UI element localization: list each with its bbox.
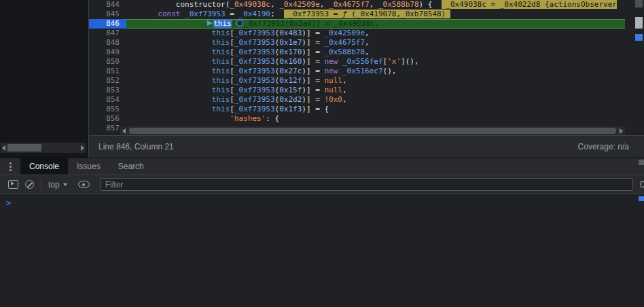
code-token: 0x15f (279, 86, 302, 94)
code-line-847: 847 this[_0xf73953(0x483)] = _0x42509e, (89, 29, 644, 38)
code-token (126, 86, 212, 94)
code-token: (), (383, 67, 397, 75)
line-number[interactable]: 847 (89, 29, 126, 38)
line-number[interactable]: 851 (89, 67, 126, 76)
console-sidebar-icon (11, 181, 14, 185)
code-line-content: 'hashes': { (126, 114, 644, 124)
cursor-position-label: Line 846, Column 21 (99, 142, 174, 151)
code-token (126, 29, 212, 37)
code-token: , (365, 38, 370, 47)
code-token: _0xf73953 (234, 48, 275, 56)
scroll-left-arrow-icon[interactable] (122, 128, 126, 134)
code-token: [ (230, 57, 234, 66)
code-line-853: 853 this[_0xf73953(0x15f)] = null, (89, 86, 644, 95)
code-line-content: this[_0xf73953(0x27c)] = new _0x516ec7()… (126, 67, 644, 76)
scroll-left-arrow-icon[interactable] (2, 145, 5, 151)
code-token (126, 114, 230, 123)
code-token: [ (230, 38, 234, 47)
drawer-tab-search[interactable]: Search (109, 158, 153, 175)
default-levels-dropdown[interactable]: Default levels (640, 180, 644, 189)
code-token: , (270, 0, 279, 9)
console-sidebar-toggle-button[interactable] (8, 180, 18, 189)
code-token: _0xf73953 = (284, 10, 342, 18)
drawer-tabs-list: ConsoleIssuesSearch (20, 158, 153, 175)
code-token: new (324, 67, 342, 75)
code-token: this (212, 38, 230, 47)
code-token: 0x160 (279, 57, 302, 66)
code-token: this (212, 29, 230, 37)
code-token: )] = (302, 29, 324, 37)
code-editor: 844 constructor(_0x49038c, _0x42509e, _0… (89, 0, 644, 135)
line-number[interactable]: 852 (89, 76, 126, 86)
line-number[interactable]: 844 (89, 0, 126, 10)
code-token: )] = (302, 48, 324, 56)
javascript-context-selector[interactable]: top (48, 180, 67, 189)
code-token (126, 10, 158, 18)
code-token (126, 57, 212, 66)
console-filter-input[interactable] (101, 178, 633, 191)
clear-console-button[interactable] (25, 180, 34, 189)
console-drawer: ConsoleIssuesSearch top Default levels > (0, 158, 644, 307)
code-line-content: this[_0xf73953(0x1e7)] = _0x4675f7, (126, 38, 644, 48)
code-line-849: 849 this[_0xf73953(0x170)] = _0x588b78, (89, 48, 644, 57)
line-number[interactable]: 854 (89, 95, 126, 105)
code-line-content: this[_0xf73953(0x160)] = new _0x556fef['… (126, 57, 644, 67)
line-number[interactable]: 846 (89, 19, 126, 29)
code-line-content: this[_0xf73953(0x12f)] = null, (126, 76, 644, 86)
code-token: _0x516ec7 (342, 67, 383, 75)
code-token: = (226, 10, 239, 18)
drawer-menu-button[interactable] (0, 158, 20, 175)
code-token: _0xf73953(0x3a0)] = _0x49038c, (244, 19, 379, 28)
scroll-right-arrow-icon[interactable] (81, 145, 84, 151)
code-line-844: 844 constructor(_0x49038c, _0x42509e, _0… (89, 0, 644, 10)
drawer-tab-console[interactable]: Console (20, 158, 68, 175)
code-token: ; (270, 10, 284, 18)
scroll-right-arrow-icon[interactable] (620, 128, 623, 134)
console-prompt-chevron-icon: > (6, 198, 11, 208)
line-number[interactable]: 845 (89, 10, 126, 19)
editor-horizontal-scrollbar[interactable] (120, 126, 625, 135)
code-token: _0xf73953 (234, 76, 275, 85)
object-preview-icon[interactable] (236, 20, 243, 26)
line-number[interactable]: 856 (89, 114, 126, 124)
line-number[interactable]: 850 (89, 57, 126, 67)
code-token: _0xf73953 (234, 67, 275, 75)
editor-vertical-scrollbar[interactable] (625, 0, 644, 126)
line-number[interactable]: 853 (89, 86, 126, 95)
line-number[interactable]: 849 (89, 48, 126, 57)
code-token (126, 105, 212, 113)
code-token: const (158, 10, 185, 18)
code-lines: 844 constructor(_0x49038c, _0x42509e, _0… (89, 0, 644, 133)
code-token: this (212, 105, 230, 113)
code-line-851: 851 this[_0xf73953(0x27c)] = new _0x516e… (89, 67, 644, 76)
code-line-content: this[_0xf73953(0x1f3)] = { (126, 105, 644, 114)
code-token: _0xf73953 (185, 10, 226, 18)
drawer-tab-issues[interactable]: Issues (68, 158, 109, 175)
navigator-scrollbar-thumb[interactable] (7, 144, 41, 151)
line-number[interactable]: 848 (89, 38, 126, 48)
code-token: )] = (302, 67, 324, 75)
live-expression-eye-button[interactable] (78, 181, 90, 188)
editor-vscroll-thumb[interactable] (635, 17, 643, 29)
editor-hscroll-thumb[interactable] (129, 128, 616, 134)
code-token: _0x4675f7 (324, 38, 365, 47)
code-token: _0x4675f7 (329, 0, 370, 9)
code-token: [ (230, 86, 234, 94)
code-line-content: this[_0xf73953(0x3a0)] = _0x49038c, (126, 19, 625, 29)
code-token: ƒ (342, 10, 347, 18)
code-line-content: this[_0xf73953(0x483)] = _0x42509e, (126, 29, 644, 38)
code-token: )] = (302, 76, 324, 85)
navigator-panel (0, 0, 89, 158)
console-prompt[interactable]: > (0, 194, 644, 208)
line-number[interactable]: 855 (89, 105, 126, 114)
code-line-856: 856 'hashes': { (89, 114, 644, 124)
vertical-dots-icon (10, 166, 12, 168)
vertical-dots-icon (10, 169, 12, 171)
console-messages-area[interactable]: > (0, 194, 644, 307)
navigator-horizontal-scrollbar[interactable] (1, 143, 86, 153)
chevron-down-icon (63, 183, 67, 186)
code-token: , (370, 0, 378, 9)
code-line-855: 855 this[_0xf73953(0x1f3)] = { (89, 105, 644, 114)
code-token: this (212, 76, 230, 85)
code-token (126, 76, 212, 85)
